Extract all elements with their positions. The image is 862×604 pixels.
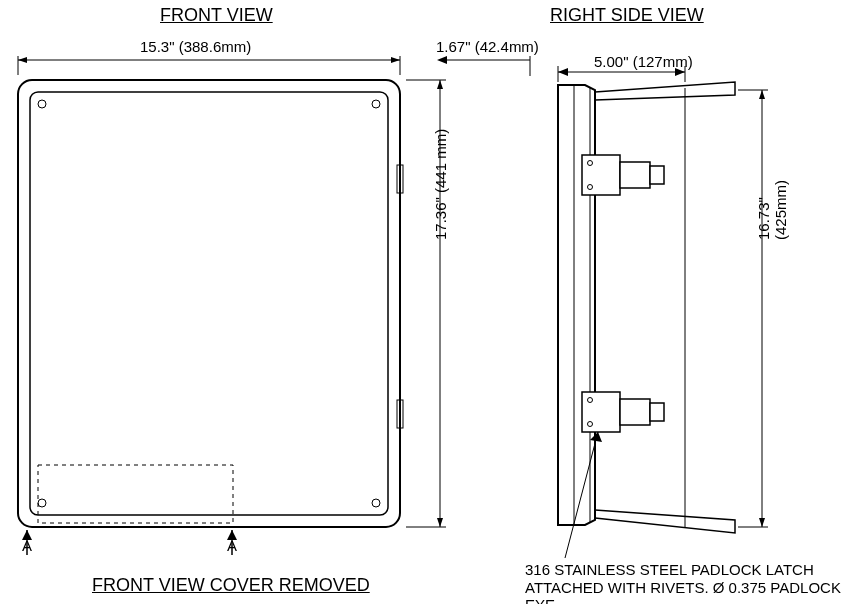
svg-line-38 xyxy=(565,432,598,558)
svg-point-13 xyxy=(372,499,380,507)
svg-rect-9 xyxy=(30,92,388,515)
svg-rect-30 xyxy=(582,392,620,432)
svg-point-11 xyxy=(372,100,380,108)
svg-rect-32 xyxy=(650,403,664,421)
latch-bottom-icon xyxy=(582,392,664,432)
svg-rect-27 xyxy=(650,166,664,184)
latch-top-icon xyxy=(582,155,664,195)
svg-point-12 xyxy=(38,499,46,507)
technical-drawing xyxy=(0,0,862,604)
svg-rect-26 xyxy=(620,162,650,188)
svg-point-10 xyxy=(38,100,46,108)
svg-rect-8 xyxy=(18,80,400,527)
svg-rect-25 xyxy=(582,155,620,195)
svg-rect-31 xyxy=(620,399,650,425)
